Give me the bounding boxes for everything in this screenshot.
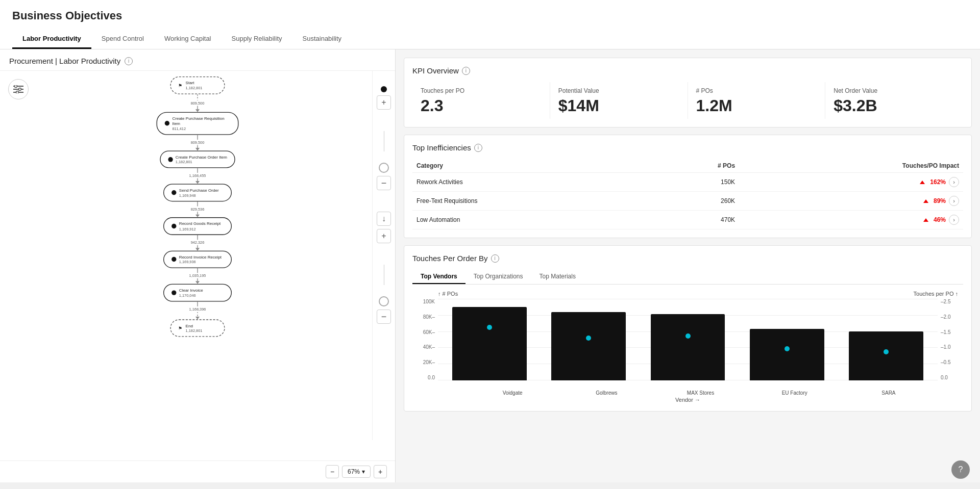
bar-group — [840, 299, 933, 380]
send-po-label: Send Purchase Order — [179, 188, 219, 193]
ineff-info-icon[interactable]: i — [474, 144, 482, 152]
x-label: MAX Stores — [656, 390, 744, 396]
bars-row — [438, 299, 938, 380]
help-button[interactable]: ? — [951, 460, 970, 479]
flow-node-start[interactable]: ⚑ Start 1,182,801 — [170, 76, 225, 94]
create-pr-label: Create Purchase Requisition Item — [172, 116, 230, 126]
kpi-num-pos: # POs 1.2M — [688, 82, 826, 119]
zoom-dropdown-icon[interactable]: ▾ — [362, 468, 365, 475]
flow-node-clear-inv[interactable]: Clear Invoice 1,170,046 — [163, 284, 232, 302]
detail-btn-0[interactable]: › — [949, 177, 959, 187]
bar[interactable] — [849, 331, 923, 380]
chart-tab-vendors[interactable]: Top Vendors — [412, 270, 465, 284]
connector-label-2: 809,500 — [191, 140, 205, 144]
flow-node-send-po[interactable]: Send Purchase Order 1,169,948 — [163, 184, 232, 201]
kpi-info-icon[interactable]: i — [462, 67, 470, 75]
zoom-in-bottom[interactable]: + — [377, 229, 391, 243]
ineff-pos-1: 260K — [651, 192, 739, 211]
detail-btn-2[interactable]: › — [949, 215, 959, 225]
ineff-category-2: Low Automation — [412, 211, 651, 229]
zoom-indicator — [381, 86, 387, 92]
zoom-out-bar[interactable]: − — [326, 465, 339, 478]
zoom-level-display: 67% ▾ — [342, 466, 371, 478]
bar-dot — [487, 325, 492, 330]
bar-dot — [685, 333, 691, 339]
y-axis-left-label: ↑ # POs — [438, 291, 458, 297]
tab-spend-control[interactable]: Spend Control — [91, 30, 154, 49]
panel-info-icon[interactable]: i — [125, 57, 133, 65]
chart-tab-organizations[interactable]: Top Organizations — [465, 270, 531, 284]
tab-supply-reliability[interactable]: Supply Reliability — [222, 30, 292, 49]
flow-node-create-pr[interactable]: Create Purchase Requisition Item 811,412 — [157, 112, 239, 135]
col-pos: # POs — [651, 159, 739, 173]
svg-point-4 — [19, 88, 21, 91]
ineff-impact-1: 89% › — [739, 192, 963, 211]
chart-tab-bar: Top Vendors Top Organizations Top Materi… — [412, 270, 963, 285]
bar-group — [542, 299, 635, 380]
bar-group — [641, 299, 734, 380]
ineff-impact-2: 46% › — [739, 211, 963, 229]
touches-per-order-card: Touches Per Order By i Top Vendors Top O… — [404, 245, 972, 411]
tab-sustainability[interactable]: Sustainability — [292, 30, 352, 49]
flow-node-create-po[interactable]: Create Purchase Order Item 1,182,801 — [160, 150, 235, 168]
touches-info-icon[interactable]: i — [491, 254, 499, 263]
connector-1: 809,500 — [191, 94, 205, 112]
bar[interactable] — [651, 314, 725, 380]
record-ir-label: Record Invoice Receipt — [179, 254, 222, 260]
chart-tab-materials[interactable]: Top Materials — [531, 270, 584, 284]
clear-inv-count: 1,170,046 — [179, 293, 203, 297]
zoom-out-top[interactable]: − — [377, 176, 391, 190]
x-label: SARA — [845, 390, 933, 396]
start-count: 1,182,801 — [186, 86, 203, 90]
kpi-touches-per-po: Touches per PO 2.3 — [412, 82, 550, 119]
y-axis-right-label: Touches per PO ↑ — [914, 291, 958, 297]
y-axis-left: 100K 80K– 60K– 40K– 20K– 0.0 — [412, 299, 438, 396]
filter-button[interactable] — [8, 79, 29, 99]
bar[interactable] — [452, 307, 527, 380]
bar[interactable] — [750, 329, 824, 380]
connector-label-6: 1,035,195 — [189, 274, 206, 278]
zoom-controls: + − ↓ + − — [372, 71, 395, 440]
zoom-in-top[interactable]: + — [377, 95, 391, 110]
connector-label-7: 1,168,396 — [189, 307, 206, 311]
clear-inv-label: Clear Invoice — [179, 288, 203, 293]
connector-7: 1,168,396 — [189, 301, 206, 319]
record-gr-label: Record Goods Receipt — [179, 221, 220, 226]
arrow-icon-0 — [920, 181, 925, 184]
x-label: Golbrews — [562, 390, 650, 396]
col-impact: Touches/PO Impact — [739, 159, 963, 173]
detail-btn-1[interactable]: › — [949, 196, 959, 206]
chart-header: ↑ # POs Touches per PO ↑ — [412, 291, 963, 297]
tab-bar: Labor Productivity Spend Control Working… — [12, 30, 968, 49]
chart-body: 100K 80K– 60K– 40K– 20K– 0.0 — [412, 299, 963, 396]
svg-point-3 — [15, 85, 17, 88]
kpi-title: KPI Overview i — [412, 66, 963, 75]
connector-2: 809,500 — [191, 135, 205, 150]
bar[interactable] — [551, 312, 626, 380]
left-panel: Procurement | Labor Productivity i — [0, 49, 396, 482]
touches-title: Touches Per Order By i — [412, 254, 963, 263]
kpi-grid: Touches per PO 2.3 Potential Value $14M … — [412, 82, 963, 119]
connector-6: 1,035,195 — [189, 268, 206, 284]
tab-working-capital[interactable]: Working Capital — [154, 30, 222, 49]
bar-dot — [785, 346, 790, 351]
zoom-out-bottom[interactable]: − — [377, 310, 391, 324]
zoom-down[interactable]: ↓ — [377, 212, 391, 226]
main-content: Procurement | Labor Productivity i — [0, 49, 980, 482]
connector-4: 829,536 — [191, 201, 205, 217]
zoom-bar: − 67% ▾ + — [0, 460, 395, 482]
panel-title: Procurement | Labor Productivity — [9, 57, 120, 65]
kpi-potential-value: Potential Value $14M — [550, 82, 688, 119]
flow-node-record-ir[interactable]: Record Invoice Receipt 1,169,936 — [163, 250, 232, 268]
zoom-in-bar[interactable]: + — [374, 465, 387, 478]
flow-node-record-gr[interactable]: Record Goods Receipt 1,169,912 — [163, 217, 232, 235]
table-row: Low Automation 470K 46% › — [412, 211, 963, 229]
svg-point-5 — [16, 91, 19, 94]
app-title: Business Objectives — [12, 9, 968, 22]
zoom-circle-indicator — [379, 163, 389, 173]
inefficiencies-table: Category # POs Touches/PO Impact Rework … — [412, 159, 963, 229]
x-axis-title: Vendor → — [412, 397, 963, 403]
connector-5: 942,326 — [191, 235, 205, 250]
flow-node-end[interactable]: ⚑ End 1,182,801 — [170, 319, 225, 337]
tab-labor-productivity[interactable]: Labor Productivity — [12, 30, 91, 49]
